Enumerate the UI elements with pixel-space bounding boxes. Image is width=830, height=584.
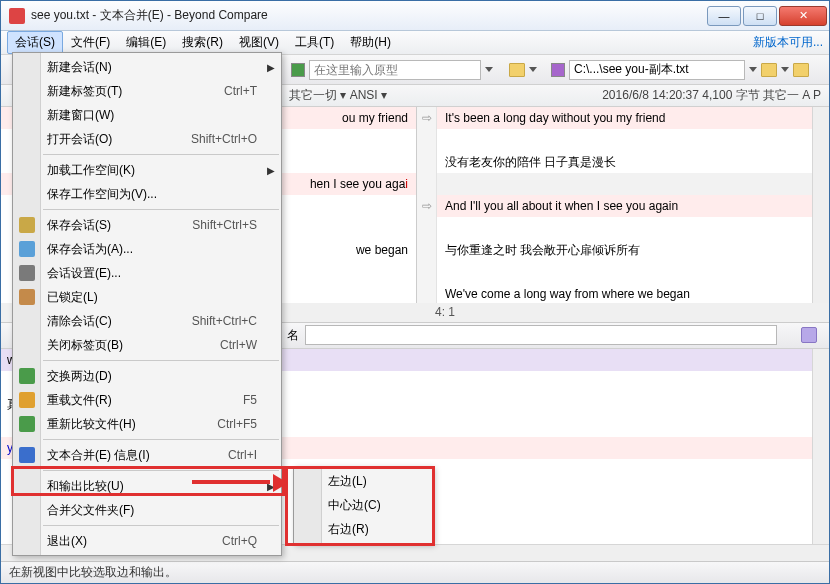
menu-item[interactable]: 重载文件(R)F5 [13, 388, 281, 412]
menu-item[interactable]: 保存工作空间为(V)... [13, 182, 281, 206]
menu-item[interactable]: 打开会话(O)Shift+Ctrl+O [13, 127, 281, 151]
menu-file[interactable]: 文件(F) [63, 31, 118, 54]
compare-output-submenu: 左边(L)中心边(C)右边(R) [293, 466, 433, 544]
menu-view[interactable]: 视图(V) [231, 31, 287, 54]
menu-item[interactable]: 会话设置(E)... [13, 261, 281, 285]
menu-item[interactable]: 新建会话(N)▶ [13, 55, 281, 79]
menu-item[interactable]: 关闭标签页(B)Ctrl+W [13, 333, 281, 357]
menu-item[interactable]: 文本合并(E) 信息(I)Ctrl+I [13, 443, 281, 467]
dropdown-icon[interactable] [485, 67, 493, 72]
right-content[interactable]: ⇨It's been a long day without you my fri… [417, 107, 812, 303]
save-icon[interactable] [801, 327, 817, 343]
submenu-item[interactable]: 中心边(C) [294, 493, 432, 517]
submenu-item[interactable]: 右边(R) [294, 517, 432, 541]
menu-item[interactable]: 清除会话(C)Shift+Ctrl+C [13, 309, 281, 333]
minimize-button[interactable]: — [707, 6, 741, 26]
annotation-arrow [192, 477, 288, 489]
cursor-pos: 4: 1 [427, 305, 821, 319]
menu-item[interactable]: 已锁定(L) [13, 285, 281, 309]
output-name-input[interactable] [305, 325, 777, 345]
menu-item[interactable]: 合并父文件夹(F) [13, 498, 281, 522]
dropdown-icon[interactable] [781, 67, 789, 72]
menu-item[interactable]: 新建标签页(T)Ctrl+T [13, 79, 281, 103]
menu-item[interactable]: 加载工作空间(K)▶ [13, 158, 281, 182]
scrollbar-v[interactable] [812, 107, 829, 303]
folder-browse-icon[interactable] [793, 63, 809, 77]
menu-search[interactable]: 搜索(R) [174, 31, 231, 54]
folder-open-icon[interactable] [509, 63, 525, 77]
menu-edit[interactable]: 编辑(E) [118, 31, 174, 54]
info-left[interactable]: 其它一切 ▾ ANSI ▾ [281, 87, 395, 104]
menu-item[interactable]: 保存会话(S)Shift+Ctrl+S [13, 213, 281, 237]
menu-session[interactable]: 会话(S) [7, 31, 63, 54]
maximize-button[interactable]: □ [743, 6, 777, 26]
menu-item[interactable]: 重新比较文件(H)Ctrl+F5 [13, 412, 281, 436]
search-input[interactable] [309, 60, 481, 80]
menu-item[interactable]: 保存会话为(A)... [13, 237, 281, 261]
window-title: see you.txt - 文本合并(E) - Beyond Compare [31, 7, 707, 24]
update-link[interactable]: 新版本可用... [753, 34, 823, 51]
name-label: 名 [287, 327, 299, 344]
path-input[interactable] [569, 60, 745, 80]
menu-help[interactable]: 帮助(H) [342, 31, 399, 54]
color-purple-icon [551, 63, 565, 77]
titlebar[interactable]: see you.txt - 文本合并(E) - Beyond Compare —… [1, 1, 829, 31]
app-icon [9, 8, 25, 24]
dropdown-icon[interactable] [529, 67, 537, 72]
submenu-item[interactable]: 左边(L) [294, 469, 432, 493]
scrollbar-v[interactable] [812, 349, 829, 545]
statusbar: 在新视图中比较选取边和输出。 [1, 561, 829, 583]
close-button[interactable]: ✕ [779, 6, 827, 26]
folder-open-icon[interactable] [761, 63, 777, 77]
menu-item[interactable]: 新建窗口(W) [13, 103, 281, 127]
color-green-icon [291, 63, 305, 77]
status-text: 在新视图中比较选取边和输出。 [9, 564, 177, 581]
menu-tools[interactable]: 工具(T) [287, 31, 342, 54]
dropdown-icon[interactable] [749, 67, 757, 72]
info-right: 2016/6/8 14:20:37 4,100 字节 其它一 A P [594, 87, 829, 104]
right-pane: ⇨It's been a long day without you my fri… [417, 107, 829, 303]
menu-item[interactable]: 退出(X)Ctrl+Q [13, 529, 281, 553]
menu-item[interactable]: 交换两边(D) [13, 364, 281, 388]
